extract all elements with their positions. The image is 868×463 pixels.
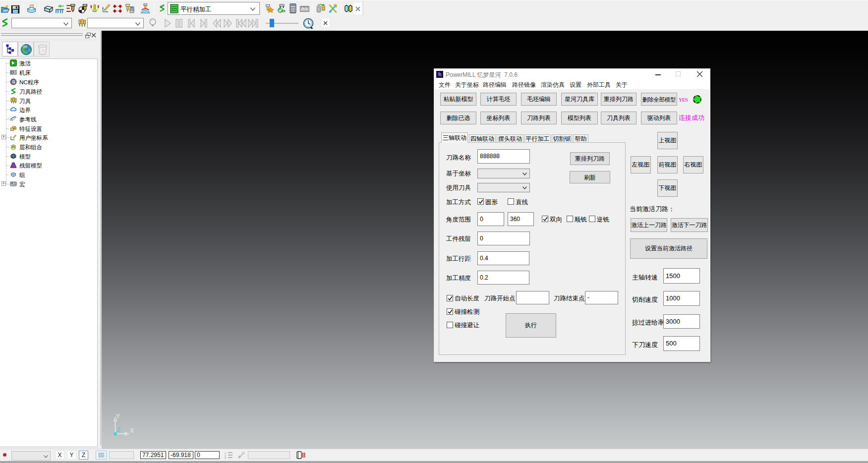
svg-text:X: X <box>130 427 134 434</box>
svg-text:Y: Y <box>116 413 120 420</box>
svg-text:Z: Z <box>117 426 121 433</box>
svg-text:z: z <box>225 457 226 460</box>
